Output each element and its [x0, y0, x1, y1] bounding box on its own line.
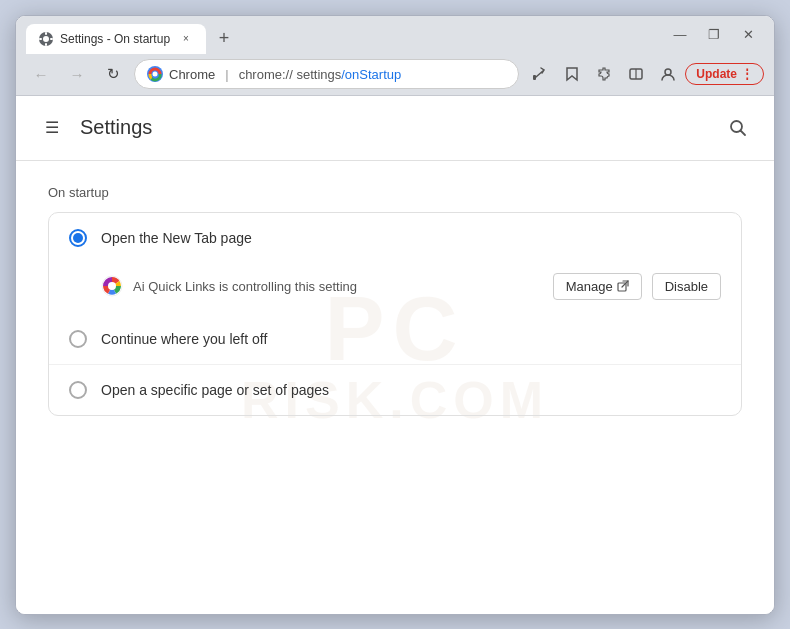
radio-continue[interactable] — [69, 330, 87, 348]
maximize-button[interactable]: ❐ — [698, 19, 730, 51]
share-icon — [532, 66, 548, 82]
address-highlight: /onStartup — [341, 67, 401, 82]
reload-button[interactable]: ↻ — [98, 59, 128, 89]
bookmark-icon — [564, 66, 580, 82]
extensions-icon-button[interactable] — [589, 59, 619, 89]
menu-icon-button[interactable]: ☰ — [36, 112, 68, 144]
update-label: Update — [696, 67, 737, 81]
radio-inner-new-tab — [73, 233, 83, 243]
option-continue[interactable]: Continue where you left off — [49, 314, 741, 364]
title-bar: Settings - On startup × + — ❐ ✕ — [16, 16, 774, 54]
svg-point-7 — [153, 72, 158, 77]
address-url: chrome:// settings/onStartup — [239, 67, 402, 82]
search-icon — [729, 119, 747, 137]
option-specific-label: Open a specific page or set of pages — [101, 382, 721, 398]
address-path: settings — [296, 67, 341, 82]
extension-row: Ai Quick Links is controlling this setti… — [49, 263, 741, 314]
split-view-icon — [628, 66, 644, 82]
tab-close-button[interactable]: × — [178, 31, 194, 47]
settings-title: Settings — [80, 116, 710, 139]
address-separator: | — [225, 67, 228, 82]
settings-header: ☰ Settings — [16, 96, 774, 161]
address-bar[interactable]: Chrome | chrome:// settings/onStartup — [134, 59, 519, 89]
tab-favicon-icon — [38, 31, 54, 47]
chrome-logo-icon — [147, 66, 163, 82]
window-controls: — ❐ ✕ — [656, 16, 764, 54]
disable-button[interactable]: Disable — [652, 273, 721, 300]
settings-body: On startup Open the New Tab page — [16, 161, 774, 440]
settings-container: PC RISK.COM ☰ Settings On startup — [16, 96, 774, 614]
startup-card: Open the New Tab page — [48, 212, 742, 416]
option-continue-label: Continue where you left off — [101, 331, 721, 347]
manage-label: Manage — [566, 279, 613, 294]
option-new-tab-label: Open the New Tab page — [101, 230, 721, 246]
svg-rect-5 — [50, 38, 53, 40]
toolbar-actions: Update ⋮ — [525, 59, 764, 89]
section-label: On startup — [48, 185, 742, 200]
update-button[interactable]: Update ⋮ — [685, 63, 764, 85]
svg-line-17 — [622, 281, 628, 287]
extensions-icon — [596, 66, 612, 82]
svg-rect-4 — [39, 38, 42, 40]
svg-point-1 — [43, 36, 49, 42]
svg-line-13 — [741, 130, 746, 135]
search-icon-button[interactable] — [722, 112, 754, 144]
option-specific[interactable]: Open a specific page or set of pages — [49, 364, 741, 415]
profile-icon — [660, 66, 676, 82]
tab-area: Settings - On startup × + — [26, 16, 656, 54]
new-tab-button[interactable]: + — [210, 25, 238, 53]
profile-icon-button[interactable] — [653, 59, 683, 89]
active-tab[interactable]: Settings - On startup × — [26, 24, 206, 54]
svg-point-11 — [665, 69, 671, 75]
tab-title: Settings - On startup — [60, 32, 172, 46]
back-button[interactable]: ← — [26, 59, 56, 89]
forward-button[interactable]: → — [62, 59, 92, 89]
manage-button[interactable]: Manage — [553, 273, 642, 300]
update-dots-icon: ⋮ — [741, 67, 753, 81]
external-link-icon — [617, 280, 629, 292]
radio-new-tab[interactable] — [69, 229, 87, 247]
extension-message: Ai Quick Links is controlling this setti… — [133, 279, 543, 294]
close-button[interactable]: ✕ — [732, 19, 764, 51]
svg-rect-3 — [45, 43, 47, 46]
address-site-name: Chrome — [169, 67, 215, 82]
bookmark-icon-button[interactable] — [557, 59, 587, 89]
option-new-tab[interactable]: Open the New Tab page — [49, 213, 741, 263]
svg-rect-2 — [45, 32, 47, 35]
extension-icon — [101, 275, 123, 297]
browser-window: Settings - On startup × + — ❐ ✕ ← → ↻ Ch… — [15, 15, 775, 615]
share-icon-button[interactable] — [525, 59, 555, 89]
svg-point-15 — [108, 282, 116, 290]
toolbar: ← → ↻ Chrome | chrome:// settings/onStar… — [16, 54, 774, 96]
minimize-button[interactable]: — — [664, 19, 696, 51]
radio-specific[interactable] — [69, 381, 87, 399]
split-view-icon-button[interactable] — [621, 59, 651, 89]
